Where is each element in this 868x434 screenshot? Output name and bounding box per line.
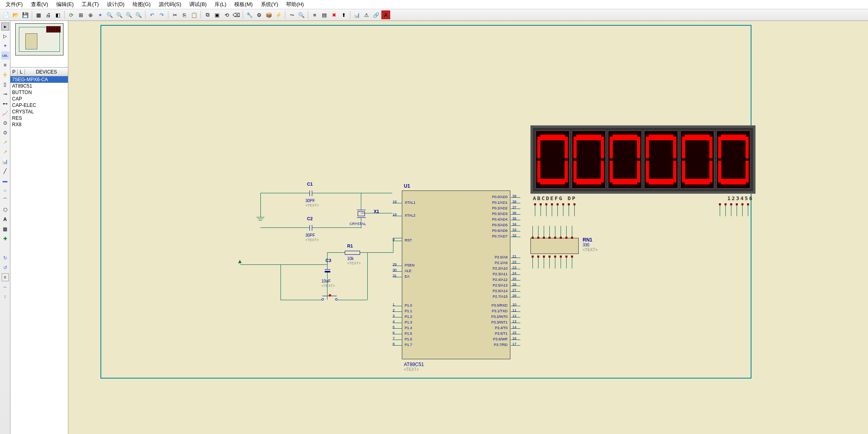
pin-mode-icon[interactable]: ⊷ bbox=[1, 100, 9, 108]
seven-seg-display[interactable] bbox=[530, 125, 755, 194]
generator-mode-icon[interactable]: ⊙ bbox=[1, 129, 9, 137]
undo-button[interactable]: ↶ bbox=[147, 10, 156, 19]
arc-mode-icon[interactable]: ⌒ bbox=[1, 196, 9, 204]
ares-button[interactable]: A bbox=[381, 10, 390, 19]
mark-area-button[interactable]: ◧ bbox=[53, 10, 62, 19]
origin-button[interactable]: ⊕ bbox=[86, 10, 95, 19]
menu-lib[interactable]: 库(L) bbox=[211, 0, 230, 9]
subcircuit-mode-icon[interactable]: ▯ bbox=[1, 80, 9, 88]
menu-help[interactable]: 帮助(H) bbox=[282, 0, 308, 9]
bus-mode-icon[interactable]: ╪ bbox=[1, 71, 9, 79]
menu-design[interactable]: 设计(D) bbox=[103, 0, 129, 9]
block-delete-button[interactable]: ⌫ bbox=[232, 10, 241, 19]
instrument-mode-icon[interactable]: 📊 bbox=[1, 158, 9, 166]
device-list[interactable]: 7SEG-MPX6-CAAT89C51BUTTONCAPCAP-ELECCRYS… bbox=[10, 76, 68, 434]
junction-mode-icon[interactable]: ✦ bbox=[1, 42, 9, 50]
capacitor-c1[interactable] bbox=[304, 190, 320, 197]
pick-button[interactable]: 🔧 bbox=[245, 10, 254, 19]
resistor-r1[interactable] bbox=[340, 250, 365, 256]
rotate-ccw-icon[interactable]: ↺ bbox=[1, 264, 9, 272]
line-mode-icon[interactable]: ╱ bbox=[1, 167, 9, 175]
terminal-mode-icon[interactable]: ⊸ bbox=[1, 90, 9, 98]
menu-edit[interactable]: 编辑(E) bbox=[52, 0, 78, 9]
menu-system[interactable]: 系统(Y) bbox=[257, 0, 282, 9]
save-button[interactable]: 💾 bbox=[21, 10, 30, 19]
menu-template[interactable]: 模板(M) bbox=[230, 0, 257, 9]
grid-button[interactable]: ⊞ bbox=[76, 10, 85, 19]
block-move-button[interactable]: ▣ bbox=[213, 10, 221, 19]
circle-mode-icon[interactable]: ○ bbox=[1, 186, 9, 194]
device-item[interactable]: RES bbox=[10, 115, 68, 121]
pick-parts-button[interactable]: P bbox=[10, 69, 18, 75]
flip-v-icon[interactable]: ↕ bbox=[1, 293, 9, 301]
search-button[interactable]: 🔍 bbox=[297, 10, 306, 19]
capacitor-c2[interactable] bbox=[304, 224, 320, 231]
schematic-canvas[interactable]: C1 30PF <TEXT> C2 30PF <TEXT> X1 CRYSTA bbox=[68, 21, 868, 434]
marker-mode-icon[interactable]: ✚ bbox=[1, 235, 9, 243]
netlist-button[interactable]: 🔗 bbox=[372, 10, 381, 19]
decompose-button[interactable]: ⚡ bbox=[274, 10, 283, 19]
menu-tool[interactable]: 工具(T) bbox=[78, 0, 103, 9]
zoom-in-button[interactable]: 🔍 bbox=[105, 10, 114, 19]
new-sheet-button[interactable]: ▤ bbox=[320, 10, 329, 19]
menu-file[interactable]: 文件(F) bbox=[2, 0, 27, 9]
device-item[interactable]: CAP bbox=[10, 96, 68, 102]
device-item[interactable]: RX8 bbox=[10, 121, 68, 128]
text-mode-icon[interactable]: ≡ bbox=[1, 61, 9, 69]
erc-button[interactable]: ⚠ bbox=[362, 10, 371, 19]
remove-sheet-button[interactable]: ✖ bbox=[330, 10, 338, 19]
zoom-out-button[interactable]: 🔍 bbox=[115, 10, 124, 19]
block-copy-button[interactable]: ⧉ bbox=[203, 10, 212, 19]
copy-button[interactable]: ⎘ bbox=[180, 10, 189, 19]
symbol-mode-icon[interactable]: ▦ bbox=[1, 225, 9, 233]
mcu-pin-label: P2.1/A9 bbox=[495, 261, 508, 265]
new-button[interactable]: 📄 bbox=[2, 10, 10, 19]
menu-debug[interactable]: 调试(B) bbox=[185, 0, 211, 9]
capacitor-c3[interactable] bbox=[324, 265, 332, 278]
device-item[interactable]: AT89C51 bbox=[10, 83, 68, 89]
crystal-x1[interactable] bbox=[354, 207, 370, 221]
resistor-network-rn1[interactable] bbox=[530, 238, 579, 254]
bom-button[interactable]: 📊 bbox=[352, 10, 361, 19]
menu-source[interactable]: 源代码(S) bbox=[155, 0, 185, 9]
device-item[interactable]: 7SEG-MPX6-CA bbox=[10, 76, 68, 83]
current-probe-icon[interactable]: ↗ bbox=[1, 148, 9, 156]
text-2d-icon[interactable]: A bbox=[1, 215, 9, 223]
zoom-area-button[interactable]: 🔍 bbox=[134, 10, 143, 19]
refresh-button[interactable]: ⟳ bbox=[67, 10, 76, 19]
package-button[interactable]: 📦 bbox=[264, 10, 273, 19]
open-button[interactable]: 📂 bbox=[11, 10, 20, 19]
voltage-probe-icon[interactable]: ↗ bbox=[1, 138, 9, 146]
device-item[interactable]: BUTTON bbox=[10, 89, 68, 96]
device-item[interactable]: CAP-ELEC bbox=[10, 102, 68, 108]
print-area-button[interactable]: ▦ bbox=[34, 10, 43, 19]
mcu-at89c51[interactable]: XTAL119XTAL218RST9PSEN29ALE30EA31P1.01P1… bbox=[402, 190, 510, 359]
library-button[interactable]: L bbox=[18, 69, 25, 75]
device-item[interactable]: CRYSTAL bbox=[10, 108, 68, 115]
angle-input[interactable]: 0 bbox=[2, 273, 9, 281]
center-button[interactable]: ✦ bbox=[96, 10, 104, 19]
zoom-all-button[interactable]: 🔍 bbox=[125, 10, 133, 19]
cut-button[interactable]: ✂ bbox=[170, 10, 179, 19]
menu-view[interactable]: 查看(V) bbox=[27, 0, 52, 9]
tape-mode-icon[interactable]: ⊙ bbox=[1, 119, 9, 127]
block-rotate-button[interactable]: ⟲ bbox=[222, 10, 231, 19]
graph-mode-icon[interactable]: 📈 bbox=[1, 109, 9, 117]
rotate-cw-icon[interactable]: ↻ bbox=[1, 254, 9, 262]
button-sw[interactable] bbox=[313, 294, 346, 302]
print-button[interactable]: 🖨 bbox=[44, 10, 53, 19]
property-button[interactable]: ≡ bbox=[310, 10, 319, 19]
path-mode-icon[interactable]: ⬡ bbox=[1, 206, 9, 214]
component-mode-icon[interactable]: ▷ bbox=[1, 32, 9, 40]
paste-button[interactable]: 📋 bbox=[190, 10, 199, 19]
wire-autoroute-button[interactable]: ⤳ bbox=[287, 10, 296, 19]
exit-parent-button[interactable]: ⬆ bbox=[339, 10, 348, 19]
label-mode-icon[interactable]: LBL bbox=[1, 51, 9, 59]
menu-draw[interactable]: 绘图(G) bbox=[129, 0, 155, 9]
box-mode-icon[interactable]: ▬ bbox=[1, 177, 9, 185]
redo-button[interactable]: ↷ bbox=[157, 10, 166, 19]
flip-h-icon[interactable]: ↔ bbox=[1, 283, 9, 291]
selection-mode-icon[interactable]: ▸ bbox=[1, 23, 9, 31]
make-button[interactable]: ⚙ bbox=[255, 10, 264, 19]
overview-window[interactable] bbox=[10, 21, 68, 68]
